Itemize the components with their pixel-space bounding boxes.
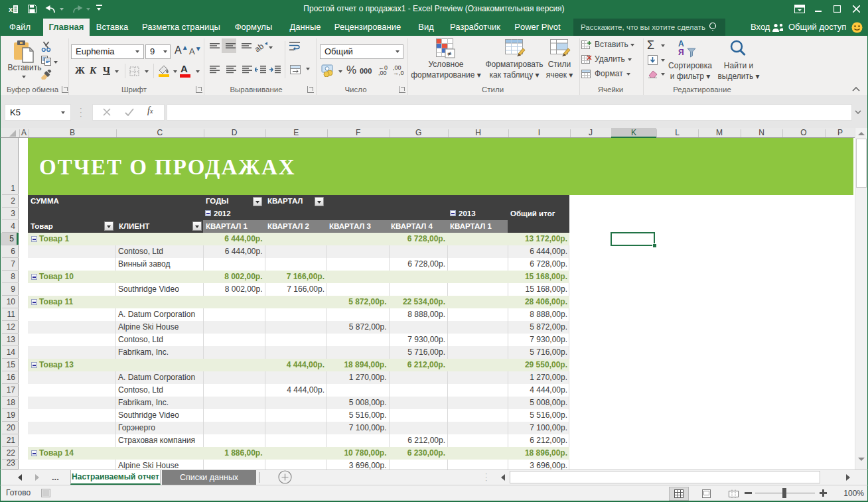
svg-text:ab: ab	[255, 41, 265, 53]
svg-text:Я: Я	[678, 48, 684, 57]
svg-text:А: А	[678, 39, 684, 48]
svg-text:≠: ≠	[447, 50, 451, 58]
